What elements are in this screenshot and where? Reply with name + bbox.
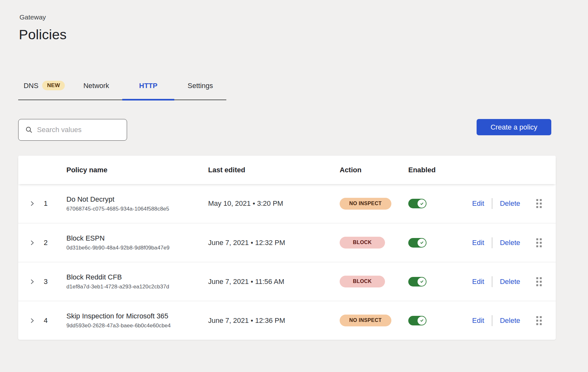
toggle-knob: [418, 239, 426, 247]
table-body: 1 Do Not Decrypt 67068745-c075-4685-934a…: [18, 184, 556, 340]
search-box[interactable]: [18, 119, 127, 141]
policy-name: Do Not Decrypt: [66, 195, 208, 204]
row-number: 4: [44, 316, 66, 325]
search-icon: [26, 126, 33, 133]
chevron-right-icon[interactable]: [29, 279, 35, 285]
table-row: 1 Do Not Decrypt 67068745-c075-4685-934a…: [18, 184, 556, 223]
tab-settings-label: Settings: [188, 81, 213, 91]
tab-dns-label: DNS: [24, 81, 38, 91]
tab-network[interactable]: Network: [70, 78, 122, 100]
table-row: 3 Block Reddit CFB d1ef8a7d-3eb1-4728-a2…: [18, 262, 556, 301]
table-row: 2 Block ESPN 0d31be6c-9b90-48a4-92b8-9d8…: [18, 223, 556, 262]
tab-dns[interactable]: DNS NEW: [18, 78, 70, 100]
delete-link[interactable]: Delete: [500, 278, 520, 286]
drag-handle-icon[interactable]: [536, 277, 542, 286]
toggle-knob: [418, 199, 426, 208]
check-icon: [420, 318, 424, 323]
action-badge: NO INSPECT: [340, 198, 391, 210]
action-badge: NO INSPECT: [340, 315, 391, 326]
toggle-knob: [418, 278, 426, 286]
chevron-right-icon[interactable]: [29, 240, 35, 246]
row-number: 3: [44, 278, 66, 286]
enabled-toggle[interactable]: [408, 277, 426, 286]
tab-settings[interactable]: Settings: [174, 78, 226, 100]
link-divider: [492, 198, 492, 209]
policies-table: Policy name Last edited Action Enabled 1…: [18, 156, 556, 340]
column-header-enabled: Enabled: [408, 166, 472, 174]
last-edited-value: May 10, 2021 • 3:20 PM: [208, 199, 340, 208]
policy-name: Skip Inspection for Microsoft 365: [66, 312, 208, 320]
drag-handle-icon[interactable]: [536, 316, 542, 325]
toggle-knob: [418, 316, 426, 325]
new-badge: NEW: [42, 81, 65, 90]
delete-link[interactable]: Delete: [500, 316, 520, 325]
action-badge: BLOCK: [340, 237, 385, 249]
link-divider: [492, 315, 492, 326]
delete-link[interactable]: Delete: [500, 239, 520, 247]
enabled-toggle[interactable]: [408, 238, 426, 248]
action-badge: BLOCK: [340, 276, 385, 287]
edit-link[interactable]: Edit: [472, 278, 484, 286]
check-icon: [420, 279, 424, 284]
drag-handle-icon[interactable]: [536, 199, 542, 208]
policy-uuid: 0d31be6c-9b90-48a4-92b8-9d8f09ba47e9: [66, 245, 208, 251]
policy-uuid: 67068745-c075-4685-934a-1064f588c8e5: [66, 206, 208, 212]
policy-uuid: 9dd593e0-2628-47a3-baee-6b0c4e60cbe4: [66, 323, 208, 329]
last-edited-value: June 7, 2021 • 12:32 PM: [208, 239, 340, 247]
tab-bar: DNS NEW Network HTTP Settings: [18, 78, 226, 100]
edit-link[interactable]: Edit: [472, 199, 484, 208]
tab-http-label: HTTP: [139, 81, 157, 91]
delete-link[interactable]: Delete: [500, 199, 520, 208]
last-edited-value: June 7, 2021 • 11:56 AM: [208, 278, 340, 286]
column-header-policy-name: Policy name: [66, 166, 208, 174]
last-edited-value: June 7, 2021 • 12:36 PM: [208, 316, 340, 325]
page-title: Policies: [19, 27, 67, 42]
row-number: 2: [44, 239, 66, 247]
link-divider: [492, 276, 492, 287]
edit-link[interactable]: Edit: [472, 239, 484, 247]
policy-name: Block ESPN: [66, 234, 208, 242]
chevron-right-icon[interactable]: [29, 200, 35, 207]
check-icon: [420, 241, 424, 245]
chevron-right-icon[interactable]: [29, 317, 35, 324]
edit-link[interactable]: Edit: [472, 316, 484, 325]
check-icon: [420, 202, 424, 206]
tab-http[interactable]: HTTP: [122, 78, 174, 100]
tab-network-label: Network: [83, 81, 109, 91]
table-header-row: Policy name Last edited Action Enabled: [18, 156, 556, 184]
create-policy-button[interactable]: Create a policy: [477, 119, 551, 135]
column-header-last-edited: Last edited: [208, 166, 340, 174]
policy-uuid: d1ef8a7d-3eb1-4728-a293-ea120c2cb37d: [66, 284, 208, 290]
row-number: 1: [44, 199, 66, 208]
search-input[interactable]: [37, 126, 117, 134]
column-header-action: Action: [340, 166, 408, 174]
enabled-toggle[interactable]: [408, 316, 426, 325]
link-divider: [492, 237, 492, 248]
policy-name: Block Reddit CFB: [66, 273, 208, 281]
enabled-toggle[interactable]: [408, 199, 426, 208]
table-row: 4 Skip Inspection for Microsoft 365 9dd5…: [18, 301, 556, 340]
drag-handle-icon[interactable]: [536, 238, 542, 247]
breadcrumb: Gateway: [19, 13, 46, 21]
